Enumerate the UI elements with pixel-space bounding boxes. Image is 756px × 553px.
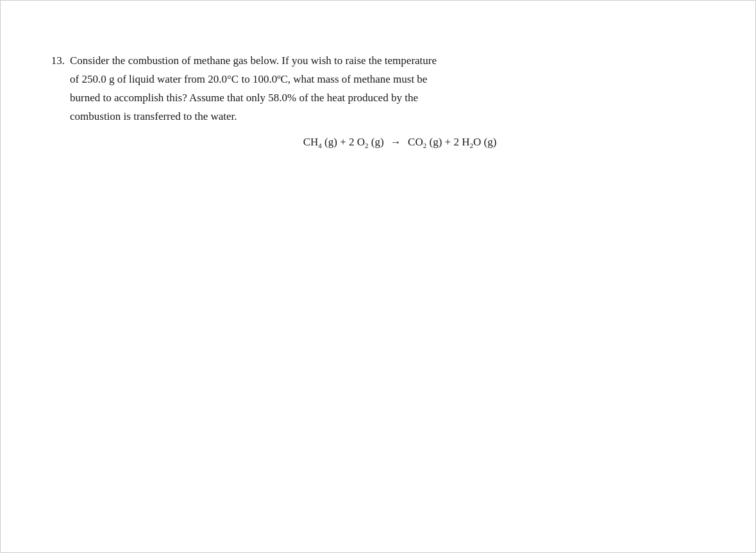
question-line-4: combustion is transferred to the water. [70,110,237,122]
o2-subscript: 2 [365,142,369,149]
question-text: Consider the combustion of methane gas b… [70,52,730,126]
plus-sign-2: + [445,136,454,148]
coeff-h2o: 2 [453,136,459,148]
product1: CO2 (g) [408,136,442,148]
plus-sign-1: + [340,136,349,148]
question-number: 13. [39,52,70,70]
reactant1: CH4 (g) [303,136,337,148]
chemical-equation: CH4 (g) + 2 O2 (g) → CO2 (g) + 2 H2O (g) [70,133,730,153]
question-line-3: burned to accomplish this? Assume that o… [70,92,418,104]
reaction-arrow: → [391,136,401,148]
coeff-o2: 2 [349,136,355,148]
question-13: 13. Consider the combustion of methane g… [39,52,730,153]
ch4-subscript: 4 [318,142,322,149]
question-line-1: Consider the combustion of methane gas b… [70,54,437,67]
co2-subscript: 2 [423,142,427,149]
h2o-subscript: 2 [469,142,473,149]
question-body: Consider the combustion of methane gas b… [70,52,730,153]
page: 13. Consider the combustion of methane g… [0,0,756,553]
product2: H2O (g) [462,136,496,148]
question-line-2: of 250.0 g of liquid water from 20.0°C t… [70,73,427,85]
reactant2: O2 (g) [357,136,384,148]
